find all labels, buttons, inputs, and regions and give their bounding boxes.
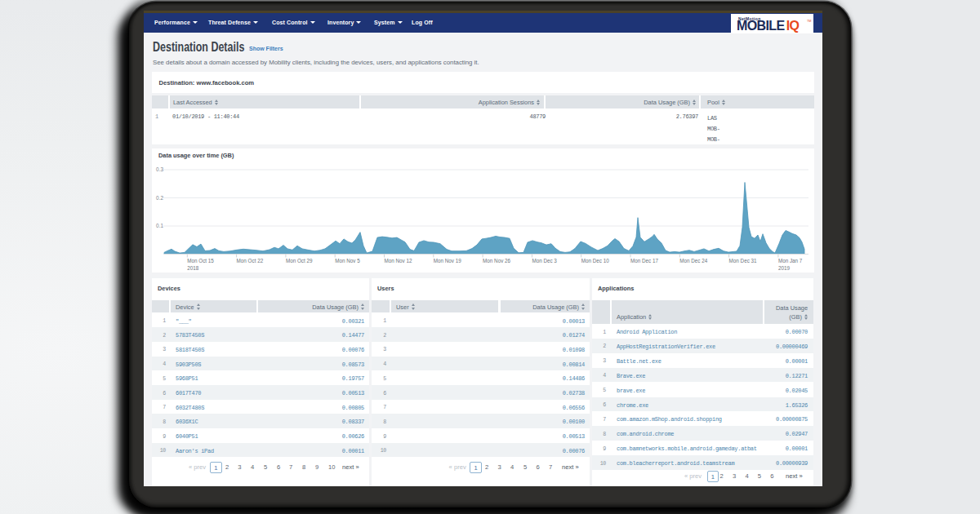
svg-text:2018: 2018: [187, 265, 199, 271]
svg-text:Mon Nov 12: Mon Nov 12: [385, 258, 412, 264]
svg-text:0.2: 0.2: [156, 195, 163, 201]
svg-text:Mon Dec 10: Mon Dec 10: [581, 258, 609, 264]
svg-text:Mon Oct 22: Mon Oct 22: [237, 258, 264, 264]
svg-text:0.1: 0.1: [156, 223, 163, 228]
svg-text:Mon Dec 31: Mon Dec 31: [729, 258, 757, 264]
svg-text:Mon Dec 24: Mon Dec 24: [679, 258, 707, 264]
svg-text:0.3: 0.3: [156, 166, 163, 172]
svg-text:Mon Oct 15: Mon Oct 15: [187, 258, 214, 264]
svg-text:Mon Dec 3: Mon Dec 3: [532, 258, 557, 264]
svg-text:Mon Nov 26: Mon Nov 26: [483, 258, 510, 264]
svg-text:Mon Jan 7: Mon Jan 7: [778, 258, 803, 264]
svg-text:Mon Dec 17: Mon Dec 17: [630, 258, 658, 264]
svg-text:2019: 2019: [778, 265, 791, 271]
svg-text:Mon Nov 5: Mon Nov 5: [335, 258, 360, 264]
svg-text:Mon Oct 29: Mon Oct 29: [286, 258, 313, 264]
svg-text:Mon Nov 19: Mon Nov 19: [434, 258, 461, 264]
